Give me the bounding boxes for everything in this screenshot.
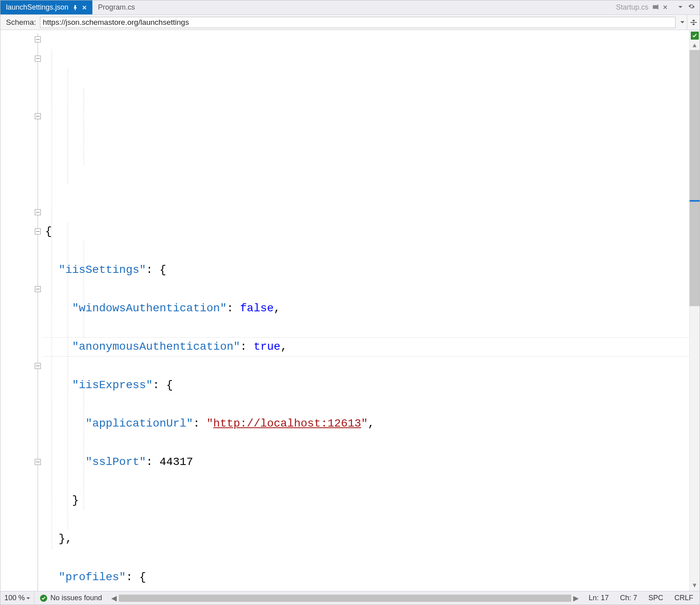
close-icon[interactable] — [663, 3, 668, 12]
scroll-left-icon[interactable]: ◀ — [110, 594, 118, 602]
fold-toggle[interactable] — [35, 209, 41, 215]
fold-toggle[interactable] — [35, 113, 41, 119]
line-indicator[interactable]: Ln: 17 — [589, 594, 609, 602]
schema-bar: Schema: https://json.schemastore.org/lau… — [0, 15, 700, 30]
tab-label: launchSettings.json — [6, 3, 68, 12]
tab-label: Program.cs — [98, 3, 135, 12]
tab-launchsettings[interactable]: launchSettings.json — [0, 0, 92, 14]
tab-strip: launchSettings.json Program.cs Startup.c… — [0, 0, 700, 15]
fold-toggle[interactable] — [35, 56, 41, 62]
fold-toggle[interactable] — [35, 36, 41, 42]
ok-indicator-icon — [691, 32, 699, 40]
fold-toggle[interactable] — [35, 286, 41, 292]
chevron-down-icon[interactable] — [678, 3, 683, 12]
scroll-up-icon[interactable]: ▲ — [690, 41, 700, 49]
zoom-combo[interactable]: 100 % — [0, 591, 34, 605]
scroll-right-icon[interactable]: ▶ — [572, 594, 580, 602]
fold-toggle[interactable] — [35, 363, 41, 369]
issues-text: No issues found — [50, 594, 102, 602]
split-editor-icon[interactable] — [687, 15, 700, 30]
line-ending[interactable]: CRLF — [674, 594, 693, 602]
tab-program[interactable]: Program.cs — [92, 0, 140, 14]
scroll-down-icon[interactable]: ▼ — [690, 581, 700, 589]
col-indicator[interactable]: Ch: 7 — [620, 594, 637, 602]
chevron-down-icon — [26, 594, 30, 602]
tab-label: Startup.cs — [616, 3, 648, 12]
horizontal-scrollbar[interactable]: ◀ ▶ — [108, 594, 582, 602]
schema-label: Schema: — [0, 18, 40, 27]
editor-window: launchSettings.json Program.cs Startup.c… — [0, 0, 700, 605]
tab-preview-startup[interactable]: Startup.cs — [610, 0, 673, 14]
schema-combo[interactable]: https://json.schemastore.org/launchsetti… — [40, 17, 676, 28]
indent-mode[interactable]: SPC — [648, 594, 663, 602]
preview-icon — [652, 3, 659, 12]
zoom-value: 100 % — [4, 594, 25, 602]
close-icon[interactable] — [82, 5, 87, 10]
overview-ruler[interactable]: ▲ ▼ — [689, 30, 700, 591]
code-body[interactable]: { "iisSettings": { "windowsAuthenticatio… — [43, 30, 689, 591]
issues-status[interactable]: No issues found — [34, 594, 108, 602]
code-editor[interactable]: { "iisSettings": { "windowsAuthenticatio… — [0, 30, 700, 591]
schema-value-text: https://json.schemastore.org/launchsetti… — [43, 18, 189, 27]
chevron-down-icon[interactable] — [678, 20, 687, 24]
pin-icon[interactable] — [72, 5, 78, 10]
gear-icon[interactable] — [688, 3, 695, 12]
check-circle-icon — [40, 595, 47, 602]
gutter — [0, 30, 43, 591]
fold-toggle[interactable] — [35, 228, 41, 234]
status-bar: 100 % No issues found ◀ ▶ Ln: 17 Ch: 7 S… — [0, 591, 700, 605]
fold-toggle[interactable] — [35, 459, 41, 465]
